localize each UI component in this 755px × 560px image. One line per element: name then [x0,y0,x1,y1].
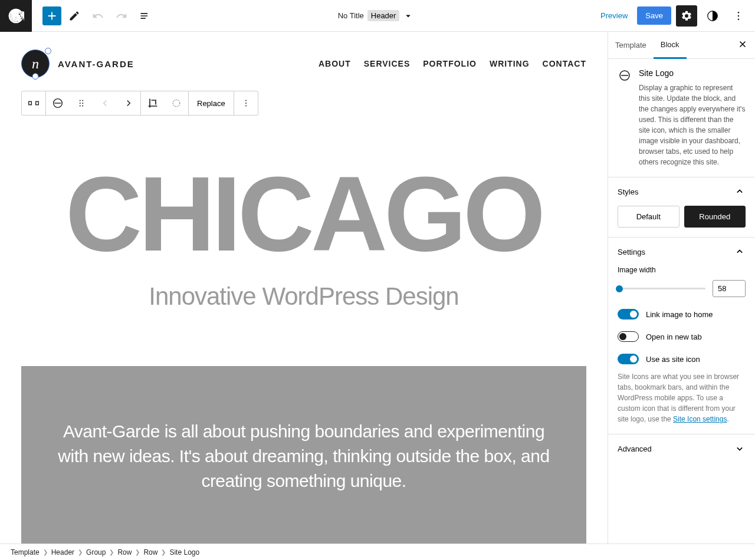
breadcrumb-item[interactable]: Row [117,548,132,556]
svg-rect-5 [29,101,32,105]
settings-button[interactable] [676,5,697,27]
duotone-icon [170,97,182,109]
save-button[interactable]: Save [637,6,671,25]
move-left-button[interactable] [93,91,117,115]
style-default[interactable]: Default [618,206,680,228]
nav-item[interactable]: SERVICES [364,59,411,68]
hero-intro-paragraph[interactable]: Avant-Garde is all about pushing boundar… [21,366,586,543]
toggle-link-home-label: Link image to home [646,310,713,319]
tab-block[interactable]: Block [654,32,687,59]
breadcrumb-item[interactable]: Row [143,548,157,556]
replace-button[interactable]: Replace [189,99,234,108]
wordpress-logo-button[interactable] [0,0,32,32]
pencil-icon [68,10,80,22]
svg-point-15 [245,100,247,101]
close-icon [737,39,748,50]
settings-panel-toggle[interactable]: Settings [608,238,755,266]
styles-panel: Styles Default Rounded [608,177,755,237]
advanced-panel-toggle[interactable]: Advanced [608,434,755,463]
crop-button[interactable] [141,91,165,115]
doc-template-part: Header [367,10,400,21]
add-block-button[interactable] [42,6,61,25]
chevron-up-icon [734,246,746,258]
global-styles-button[interactable] [702,5,723,27]
gear-icon [681,10,692,22]
redo-button[interactable] [111,5,132,27]
nav-item[interactable]: ABOUT [319,59,351,68]
site-logo-block[interactable]: n [21,50,50,78]
edit-tool-button[interactable] [64,5,85,27]
list-view-icon [139,10,151,22]
site-title-block[interactable]: AVANT-GARDE [58,59,134,69]
slider-thumb[interactable] [616,285,623,292]
editor-canvas[interactable]: n AVANT-GARDE ABOUT SERVICES PORTFOLIO W… [0,32,608,543]
sidebar-tabs: Template Block [608,32,755,59]
hero-title[interactable]: CHICAGO [21,169,586,259]
settings-sidebar: Template Block Site Logo Display a graph… [608,32,755,543]
chevron-down-icon [734,443,746,454]
breadcrumb-item[interactable]: Header [51,548,74,556]
parent-block-button[interactable] [22,91,45,115]
more-options-button[interactable] [728,5,749,27]
half-circle-icon [706,9,719,22]
breadcrumb-item[interactable]: Group [86,548,106,556]
block-card-description: Display a graphic to represent this site… [639,83,746,167]
nav-item[interactable]: WRITING [490,59,530,68]
breadcrumb-separator: ❯ [161,549,166,555]
toggle-link-home[interactable] [618,309,639,319]
image-width-slider[interactable] [618,288,705,289]
toggle-link-home-row: Link image to home [618,309,746,319]
undo-button[interactable] [87,5,109,27]
styles-panel-toggle[interactable]: Styles [608,177,755,206]
toggle-new-tab[interactable] [618,331,639,342]
logo-title-row: n AVANT-GARDE [21,50,134,78]
styles-panel-label: Styles [618,187,638,196]
top-right-tools: Preview Save [596,5,755,27]
breadcrumb-item[interactable]: Template [11,548,40,556]
svg-point-10 [80,103,81,104]
image-width-control [618,280,746,297]
list-view-button[interactable] [134,5,156,27]
svg-point-16 [245,103,247,104]
style-rounded[interactable]: Rounded [684,206,746,228]
canvas-content: n AVANT-GARDE ABOUT SERVICES PORTFOLIO W… [0,32,608,543]
document-title[interactable]: No Title Header [338,10,414,21]
breadcrumb-separator: ❯ [109,549,114,555]
block-card: Site Logo Display a graphic to represent… [608,59,755,177]
nav-item[interactable]: PORTFOLIO [423,59,477,68]
move-right-button[interactable] [117,91,140,115]
drag-icon [76,98,87,108]
svg-point-3 [738,15,740,17]
plus-icon [45,9,58,22]
wordpress-icon [8,8,24,24]
settings-panel: Settings Image width Link image to home … [608,237,755,434]
redo-icon [116,10,127,22]
svg-rect-6 [36,101,39,105]
image-width-input[interactable] [713,280,746,297]
duotone-button[interactable] [165,91,188,115]
drag-handle[interactable] [70,91,93,115]
nav-item[interactable]: CONTACT [543,59,586,68]
style-options: Default Rounded [618,206,746,228]
hero-subtitle[interactable]: Innovative WordPress Design [21,282,586,311]
block-type-button[interactable] [46,91,70,115]
undo-icon [92,10,104,22]
chevron-down-icon [403,11,413,21]
close-sidebar-button[interactable] [730,32,755,58]
primary-navigation: ABOUT SERVICES PORTFOLIO WRITING CONTACT [319,59,586,68]
tab-template[interactable]: Template [608,32,654,58]
image-width-label: Image width [618,266,746,274]
hero-section: CHICAGO Innovative WordPress Design Avan… [21,169,586,543]
site-icon-settings-link[interactable]: Site Icon settings [673,415,727,423]
kebab-icon [241,98,251,108]
chevron-left-icon [100,98,110,108]
block-more-button[interactable] [234,91,258,115]
toggle-site-icon[interactable] [618,354,639,364]
svg-point-9 [82,100,83,101]
svg-point-14 [173,100,180,107]
breadcrumb-item[interactable]: Site Logo [169,548,199,556]
toggle-site-icon-label: Use as site icon [646,355,700,364]
preview-button[interactable]: Preview [596,11,632,20]
site-header-block: n AVANT-GARDE ABOUT SERVICES PORTFOLIO W… [21,50,586,78]
site-logo-icon [51,97,64,110]
